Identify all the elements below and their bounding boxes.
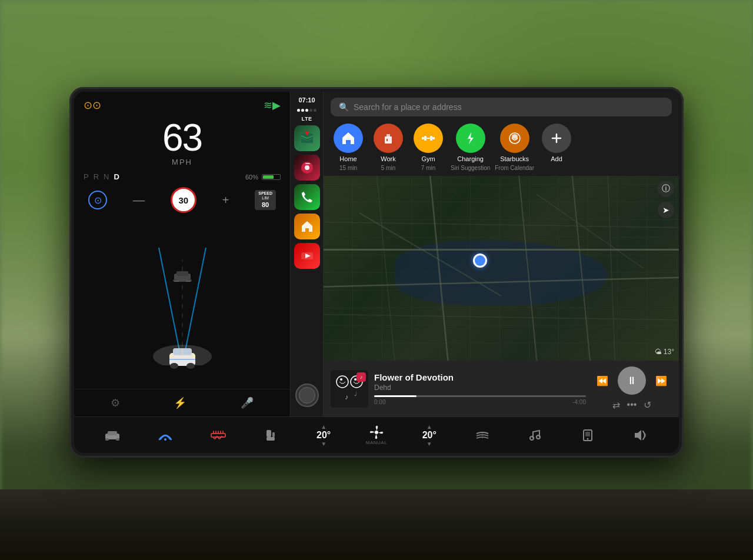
music-app-icon[interactable] — [294, 155, 320, 181]
autopilot-icon[interactable]: ⊙ — [88, 191, 107, 209]
battery-fill — [263, 175, 274, 179]
speed-value: 63 — [74, 119, 290, 156]
music-btn[interactable] — [523, 429, 547, 442]
main-controls: ⏪ ⏸ ⏩ — [592, 366, 672, 395]
tesla-driving-panel: ⊙⊙ ≋▶ 63 MPH P R N D 60% — [74, 92, 291, 416]
repeat-button[interactable]: ↺ — [644, 399, 651, 411]
left-bottom-controls: ⚙ ⚡ 🎤 — [74, 389, 290, 416]
svg-line-44 — [537, 194, 643, 268]
status-icons-row: ⊙⊙ ≋▶ — [74, 92, 290, 116]
dashboard — [0, 489, 753, 560]
screen-bezel: ⊙⊙ ≋▶ 63 MPH P R N D 60% — [69, 87, 684, 458]
location-dot — [473, 254, 487, 268]
maps-app-icon[interactable] — [294, 125, 320, 151]
rear-defrost-btn[interactable] — [471, 429, 494, 442]
dest-add[interactable]: Add — [539, 124, 574, 171]
song-title: Flower of Devotion — [374, 372, 586, 382]
dest-add-circle — [542, 124, 571, 153]
dest-gym-circle — [414, 124, 443, 153]
settings-icon[interactable]: ⚙ — [111, 396, 120, 409]
plus-btn[interactable]: + — [222, 194, 229, 207]
svg-text:♪: ♪ — [345, 393, 348, 401]
home-app-icon[interactable] — [294, 214, 320, 239]
svg-point-52 — [340, 378, 342, 381]
map-info-button[interactable]: ⓘ — [658, 181, 674, 197]
search-icon: 🔍 — [339, 102, 349, 112]
own-car — [165, 342, 200, 377]
map-location-button[interactable]: ➤ — [658, 202, 674, 218]
dest-home-circle — [334, 124, 363, 153]
gear-N[interactable]: N — [104, 172, 109, 181]
car-icon-btn[interactable] — [101, 429, 124, 442]
pause-button[interactable]: ⏸ — [618, 366, 646, 395]
svg-rect-63 — [266, 437, 275, 441]
voice-icon[interactable]: 🎤 — [241, 396, 254, 409]
svg-rect-26 — [385, 136, 392, 144]
svg-rect-59 — [116, 438, 119, 441]
svg-line-47 — [377, 176, 395, 361]
defrost-btn[interactable] — [206, 429, 230, 442]
gear-P[interactable]: P — [84, 172, 89, 181]
svg-point-60 — [164, 438, 166, 441]
wipers-btn[interactable] — [154, 429, 177, 442]
phone-display-btn[interactable] — [576, 429, 599, 442]
phone-app-icon[interactable] — [294, 184, 320, 210]
svg-rect-69 — [585, 432, 590, 436]
rewind-button[interactable]: ⏪ — [592, 370, 613, 391]
svg-rect-16 — [169, 355, 173, 357]
map-roads-svg — [324, 176, 679, 361]
dest-home-sub: 15 min — [339, 165, 357, 171]
dest-gym[interactable]: Gym 7 min — [411, 124, 446, 171]
main-area: ⊙⊙ ≋▶ 63 MPH P R N D 60% — [74, 92, 679, 416]
shuffle-button[interactable]: ⇄ — [612, 399, 620, 411]
svg-rect-18 — [169, 359, 195, 360]
weather-temp: 13° — [664, 348, 674, 356]
charging-icon[interactable]: ⚡ — [174, 396, 186, 409]
svg-point-65 — [375, 431, 378, 434]
wipers-icon — [157, 429, 174, 442]
progress-bar-bg[interactable] — [374, 395, 586, 397]
more-button[interactable]: ••• — [627, 399, 637, 411]
screen-inner: ⊙⊙ ≋▶ 63 MPH P R N D 60% — [74, 92, 679, 453]
dest-charging[interactable]: Charging Siri Suggestion — [451, 124, 490, 171]
battery-row: 60% — [245, 174, 281, 181]
lte-badge: LTE — [302, 116, 312, 122]
gear-D[interactable]: D — [114, 172, 119, 181]
dest-home[interactable]: Home 15 min — [331, 124, 366, 171]
svg-rect-13 — [184, 349, 191, 354]
left-temp-control[interactable]: ▲ 20° ▼ — [312, 424, 335, 447]
car-icon — [104, 429, 121, 442]
left-temp-down-arrow: ▼ — [321, 441, 326, 447]
minus-btn[interactable]: — — [133, 194, 145, 207]
svg-rect-58 — [105, 438, 109, 441]
volume-btn[interactable] — [629, 429, 652, 442]
svg-rect-32 — [430, 136, 432, 141]
fan-control[interactable]: MANUAL — [365, 425, 388, 445]
svg-rect-33 — [427, 138, 430, 139]
map-weather: 🌤 13° — [655, 348, 674, 356]
speed-limit-sign: SPEED LIM 80 — [255, 190, 276, 210]
seat-btn[interactable] — [259, 429, 282, 442]
search-bar[interactable]: 🔍 Search for a place or address — [331, 98, 672, 116]
dest-work[interactable]: Work 5 min — [371, 124, 406, 171]
map-area[interactable]: ⓘ ➤ 🌤 13° — [324, 176, 679, 361]
svg-rect-17 — [192, 355, 195, 357]
gear-row: P R N D 60% — [74, 169, 290, 185]
svg-line-42 — [572, 176, 590, 361]
quick-destinations: Home 15 min Work 5 min G — [324, 121, 679, 176]
speed-display: 63 MPH — [74, 116, 290, 169]
carplay-sidebar: 07:10 LTE — [291, 92, 324, 416]
time-total: -4:00 — [572, 399, 586, 405]
right-temp-control[interactable]: ▲ 20° ▼ — [418, 424, 441, 447]
right-temp-down-arrow: ▼ — [427, 441, 432, 447]
gear-R[interactable]: R — [94, 172, 99, 181]
fast-forward-button[interactable]: ⏩ — [651, 370, 672, 391]
fan-label: MANUAL — [366, 440, 387, 445]
svg-line-41 — [519, 176, 537, 361]
dest-starbucks[interactable]: Starbucks From Calendar — [495, 124, 534, 171]
battery-bar — [262, 174, 281, 180]
youtube-app-icon[interactable] — [294, 243, 320, 269]
svg-rect-57 — [108, 431, 117, 435]
tire-pressure-icon: ⊙⊙ — [84, 99, 101, 112]
home-button[interactable] — [295, 384, 319, 407]
